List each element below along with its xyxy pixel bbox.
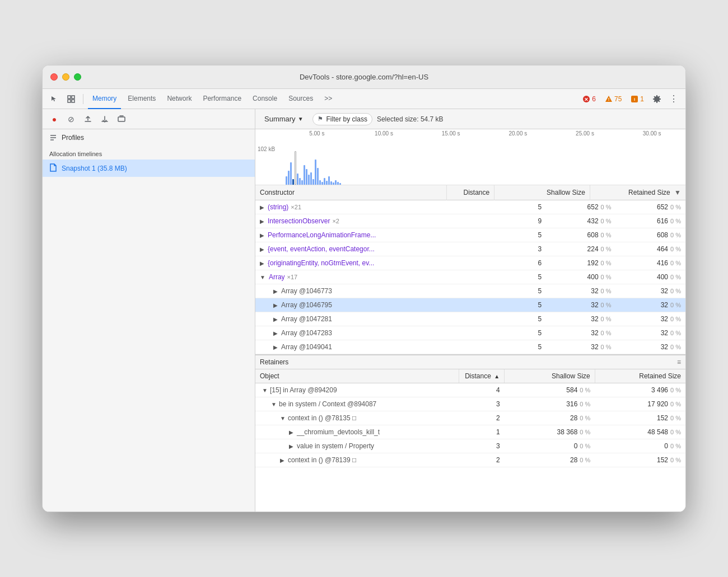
constructor-name[interactable]: {originatingEntity, noGtmEvent, ev...: [268, 259, 374, 267]
chart-bar: [315, 160, 316, 185]
expand-arrow-icon[interactable]: ▶: [273, 330, 278, 336]
ret-td-distance: 3: [459, 397, 505, 411]
clear-icon[interactable]: ⊘: [64, 112, 78, 126]
expand-arrow-icon[interactable]: ▶: [273, 288, 278, 294]
sidebar: ● ⊘: [43, 109, 255, 512]
download-icon[interactable]: [97, 112, 112, 126]
retainer-label: context in () @78135 □: [288, 414, 356, 422]
retainer-arrow-icon[interactable]: ▶: [289, 443, 295, 449]
retainer-row[interactable]: ▼ [15] in Array @894209 4 5840 % 3 4960 …: [255, 383, 685, 397]
more-options-icon[interactable]: ⋮: [666, 92, 681, 106]
col-distance: Distance: [446, 185, 494, 200]
chart-bar: [304, 165, 305, 185]
table-row[interactable]: ▶ PerformanceLongAnimationFrame... 5 608…: [255, 228, 685, 242]
retainer-arrow-icon[interactable]: ▼: [271, 401, 277, 407]
errors-count: 6: [592, 95, 596, 103]
chart-area[interactable]: 5.00 s 10.00 s 15.00 s 20.00 s 25.00 s 3…: [255, 129, 685, 185]
tab-sources[interactable]: Sources: [284, 89, 318, 109]
table-row[interactable]: ▶ IntersectionObserver ×2 9 4320 % 6160 …: [255, 214, 685, 228]
constructor-name[interactable]: {event, eventAction, eventCategor...: [268, 245, 375, 253]
expand-arrow-icon[interactable]: ▶: [260, 246, 264, 252]
table-row[interactable]: ▶ {originatingEntity, noGtmEvent, ev... …: [255, 256, 685, 270]
errors-badge[interactable]: ✕ 6: [579, 94, 599, 104]
inspect-icon[interactable]: [64, 92, 78, 106]
tab-more[interactable]: >>: [320, 89, 337, 109]
constructor-name[interactable]: Array @1049041: [281, 343, 332, 351]
retainer-arrow-icon[interactable]: ▼: [262, 387, 268, 393]
tab-performance[interactable]: Performance: [198, 89, 246, 109]
retainer-arrow-icon[interactable]: ▶: [289, 429, 295, 435]
table-row[interactable]: ▶ (string) ×21 5 6520 % 6520 %: [255, 200, 685, 214]
ret-td-distance: 2: [459, 453, 505, 467]
tab-console[interactable]: Console: [248, 89, 282, 109]
ret-td-distance: 1: [459, 425, 505, 439]
warnings-badge[interactable]: ! 75: [601, 94, 625, 104]
td-shallow: 320 %: [546, 340, 615, 354]
constructor-name[interactable]: Array @1047281: [281, 315, 332, 323]
settings-icon[interactable]: [650, 92, 664, 106]
td-distance: 5: [519, 270, 546, 284]
svg-rect-9: [118, 117, 125, 121]
constructor-name[interactable]: Array: [269, 273, 285, 281]
expand-arrow-icon[interactable]: ▶: [273, 302, 278, 308]
retainer-label: __chromium_devtools_kill_t: [297, 428, 380, 436]
tab-network[interactable]: Network: [162, 89, 196, 109]
expand-arrow-icon[interactable]: ▶: [260, 204, 264, 210]
expand-arrow-icon[interactable]: ▶: [273, 316, 278, 322]
td-shallow: 320 %: [546, 298, 615, 312]
upload-icon[interactable]: [81, 112, 95, 126]
expand-arrow-icon[interactable]: ▶: [260, 232, 264, 238]
retainer-arrow-icon[interactable]: ▶: [280, 457, 286, 463]
td-shallow: 6080 %: [546, 228, 615, 242]
table-row[interactable]: ▶ Array @1046795 5 320 % 320 %: [255, 298, 685, 312]
record-icon[interactable]: ●: [47, 112, 62, 126]
snapshot-item[interactable]: Snapshot 1 (35.8 MB): [43, 160, 255, 177]
table-scroll-area[interactable]: ▶ (string) ×21 5 6520 % 6520 % ▶ Interse…: [255, 200, 685, 354]
retainer-row[interactable]: ▼ context in () @78135 □ 2 280 % 1520 %: [255, 411, 685, 425]
table-row[interactable]: ▶ Array @1046773 5 320 % 320 %: [255, 284, 685, 298]
cursor-icon[interactable]: [47, 92, 62, 106]
td-retained: 320 %: [616, 284, 685, 298]
warnings-count: 75: [614, 95, 622, 103]
tab-elements[interactable]: Elements: [123, 89, 160, 109]
time-label-4: 20.00 s: [484, 130, 552, 137]
table-row[interactable]: ▶ {event, eventAction, eventCategor... 3…: [255, 242, 685, 256]
expand-arrow-icon[interactable]: ▶: [273, 344, 278, 350]
constructor-name[interactable]: IntersectionObserver: [268, 217, 330, 225]
collect-icon[interactable]: [114, 112, 129, 126]
retainer-row[interactable]: ▶ context in () @78139 □ 2 280 % 1520 %: [255, 453, 685, 467]
close-button[interactable]: [50, 73, 58, 81]
ret-td-shallow: 3160 %: [505, 397, 595, 411]
info-count: 1: [640, 95, 644, 103]
tab-memory[interactable]: Memory: [88, 89, 121, 109]
time-label-3: 15.00 s: [417, 130, 484, 137]
constructor-name[interactable]: Array @1046773: [281, 287, 332, 295]
table-row[interactable]: ▼ Array ×17 5 4000 % 4000 %: [255, 270, 685, 284]
td-distance: 5: [519, 298, 546, 312]
info-badge[interactable]: i 1: [627, 94, 647, 104]
expand-arrow-icon[interactable]: ▶: [260, 260, 264, 266]
retainer-row[interactable]: ▼ be in system / Context @894087 3 3160 …: [255, 397, 685, 411]
constructor-name[interactable]: (string): [268, 203, 288, 211]
constructor-name[interactable]: Array @1047283: [281, 329, 332, 337]
table-row[interactable]: ▶ Array @1049041 5 320 % 320 %: [255, 340, 685, 354]
table-row[interactable]: ▶ Array @1047281 5 320 % 320 %: [255, 312, 685, 326]
filter-by-class-btn[interactable]: ⚑ Filter by class: [312, 113, 372, 125]
minimize-button[interactable]: [62, 73, 69, 81]
chart-bar: [333, 182, 334, 185]
table-body: ▶ (string) ×21 5 6520 % 6520 % ▶ Interse…: [255, 200, 685, 354]
constructor-name[interactable]: PerformanceLongAnimationFrame...: [268, 231, 376, 239]
chart-bar: [306, 169, 307, 185]
expand-arrow-icon[interactable]: ▶: [260, 218, 264, 224]
expand-arrow-icon[interactable]: ▼: [260, 274, 265, 280]
chart-bar: [292, 179, 294, 185]
retainer-row[interactable]: ▶ value in system / Property 3 00 % 00 %: [255, 439, 685, 453]
maximize-button[interactable]: [74, 73, 81, 81]
table-row[interactable]: ▶ Array @1047283 5 320 % 320 %: [255, 326, 685, 340]
retainers-label: Retainers: [260, 358, 288, 366]
retainer-arrow-icon[interactable]: ▼: [280, 415, 286, 421]
filter-label: Filter by class: [326, 115, 367, 123]
retainer-row[interactable]: ▶ __chromium_devtools_kill_t 1 38 3680 %…: [255, 425, 685, 439]
constructor-name[interactable]: Array @1046795: [281, 301, 332, 309]
summary-dropdown[interactable]: Summary ▼: [260, 113, 308, 125]
